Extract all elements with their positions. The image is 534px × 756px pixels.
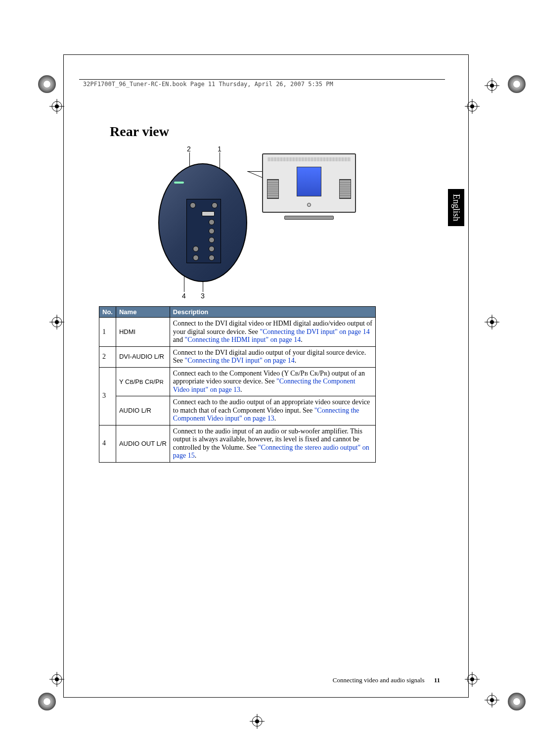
row-no: 4 bbox=[99, 425, 116, 462]
ports-table: No. Name Description 1 HDMI Connect to t… bbox=[99, 306, 376, 463]
table-row: 3 Y CB/PB CR/PR Connect each to the Comp… bbox=[99, 367, 376, 396]
page-title: Rear view bbox=[110, 124, 169, 140]
row-desc: Connect each to the Component Video (Y C… bbox=[170, 367, 375, 396]
page-footer: Connecting video and audio signals 11 bbox=[333, 676, 440, 684]
table-row: 1 HDMI Connect to the DVI digital video … bbox=[99, 318, 376, 347]
table-row: 4 AUDIO OUT L/R Connect to the audio inp… bbox=[99, 425, 376, 462]
link[interactable]: "Connecting the DVI input" on page 14 bbox=[260, 328, 370, 335]
table-row: 2 DVI-AUDIO L/R Connect to the DVI digit… bbox=[99, 346, 376, 367]
desc-text: and bbox=[173, 336, 185, 343]
row-name: Y CB/PB CR/PR bbox=[116, 367, 170, 396]
crop-mark-bottom-left bbox=[37, 692, 57, 711]
row-name: DVI-AUDIO L/R bbox=[116, 346, 170, 367]
crop-mark-top-right bbox=[507, 74, 527, 94]
row-name: HDMI bbox=[116, 318, 170, 347]
link[interactable]: "Connecting the HDMI input" on page 14 bbox=[185, 336, 301, 343]
rear-panel-illustration bbox=[158, 163, 247, 282]
registration-mark bbox=[49, 99, 64, 114]
table-row: AUDIO L/R Connect each to the audio outp… bbox=[99, 396, 376, 425]
header-rule bbox=[79, 79, 445, 80]
language-tab: English bbox=[448, 189, 464, 226]
col-no: No. bbox=[99, 307, 116, 318]
tv-rear-illustration bbox=[262, 153, 356, 228]
callout-1: 1 bbox=[218, 145, 222, 153]
registration-mark bbox=[49, 672, 64, 687]
callout-4: 4 bbox=[182, 292, 186, 300]
callout-2: 2 bbox=[187, 145, 191, 153]
col-desc: Description bbox=[170, 307, 375, 318]
registration-mark bbox=[49, 315, 64, 330]
row-no: 3 bbox=[99, 367, 116, 425]
registration-mark bbox=[485, 693, 499, 708]
row-desc: Connect to the DVI digital audio output … bbox=[170, 346, 375, 367]
registration-mark bbox=[485, 78, 499, 93]
crop-mark-bottom-right bbox=[507, 692, 527, 711]
table-header-row: No. Name Description bbox=[99, 307, 376, 318]
row-name: AUDIO L/R bbox=[116, 396, 170, 425]
footer-section: Connecting video and audio signals bbox=[333, 676, 425, 684]
row-desc: Connect to the DVI digital video or HDMI… bbox=[170, 318, 375, 347]
row-name: AUDIO OUT L/R bbox=[116, 425, 170, 462]
desc-text: Connect each to the Component Video (Y C bbox=[173, 370, 295, 377]
registration-mark bbox=[485, 315, 499, 330]
row-desc: Connect to the audio input of an audio o… bbox=[170, 425, 375, 462]
link[interactable]: "Connecting the DVI input" on page 14 bbox=[185, 357, 295, 364]
book-header: 32PF1700T_96_Tuner-RC-EN.book Page 11 Th… bbox=[83, 81, 333, 88]
desc-text: . bbox=[295, 357, 297, 364]
registration-mark bbox=[250, 714, 265, 729]
page-number: 11 bbox=[434, 676, 440, 684]
row-desc: Connect each to the audio output of an a… bbox=[170, 396, 375, 425]
row-no: 1 bbox=[99, 318, 116, 347]
col-name: Name bbox=[116, 307, 170, 318]
crop-mark-top-left bbox=[37, 74, 57, 94]
callout-3: 3 bbox=[201, 292, 205, 300]
row-no: 2 bbox=[99, 346, 116, 367]
desc-text: . bbox=[301, 336, 303, 343]
